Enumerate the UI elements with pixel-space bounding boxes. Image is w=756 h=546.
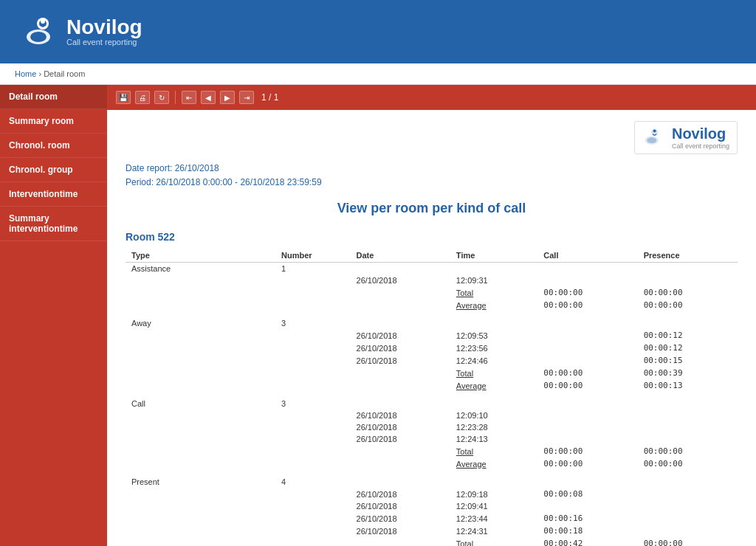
type-cell: Away — [126, 317, 275, 329]
time-cell: 12:24:13 — [450, 433, 537, 445]
time-cell: 12:09:41 — [450, 500, 537, 512]
time-cell: 12:23:44 — [450, 512, 537, 525]
presence-cell — [638, 274, 738, 286]
total-label: Total — [450, 537, 537, 546]
date-cell: 26/10/2018 — [351, 329, 450, 342]
avg-call: 00:00:00 — [537, 299, 637, 311]
type-cell: Assistance — [126, 263, 275, 275]
col-header-time: Time — [450, 249, 537, 263]
sidebar: Detail room Summary room Chronol. room C… — [0, 85, 107, 546]
table-row: 26/10/2018 12:24:13 — [126, 433, 738, 445]
type-cell: Present — [126, 476, 275, 488]
report-logo-inner: Novilog Call event reporting — [634, 121, 738, 154]
export-icon[interactable]: 💾 — [116, 91, 131, 104]
data-table: Type Number Date Time Call Presence Assi… — [126, 249, 738, 546]
presence-cell: 00:00:12 — [638, 329, 738, 342]
toolbar: 💾 🖨 ↻ ⇤ ◀ ▶ ⇥ 1 / 1 — [107, 85, 756, 110]
sidebar-item-summary-room[interactable]: Summary room — [0, 109, 107, 134]
number-cell: 4 — [275, 476, 351, 488]
call-cell: 00:00:18 — [537, 525, 637, 537]
average-row: Average 00:00:00 00:00:00 — [126, 457, 738, 470]
avg-presence: 00:00:13 — [638, 379, 738, 392]
date-report: Date report: 26/10/2018 — [126, 162, 738, 176]
main-container: Home › Detail room Detail room Summary r… — [0, 63, 756, 546]
sidebar-item-detail-room[interactable]: Detail room — [0, 85, 107, 109]
type-row: Away 3 — [126, 317, 738, 329]
call-cell — [537, 500, 637, 512]
call-cell — [537, 274, 637, 286]
first-page-icon[interactable]: ⇤ — [182, 91, 196, 104]
sidebar-item-chronol-room[interactable]: Chronol. room — [0, 134, 107, 158]
presence-cell — [638, 500, 738, 512]
presence-cell: 00:00:15 — [638, 354, 738, 367]
total-call: 00:00:00 — [537, 445, 637, 457]
number-cell: 3 — [275, 317, 351, 329]
type-cell: Call — [126, 398, 275, 410]
table-row: 26/10/2018 12:23:28 — [126, 421, 738, 433]
date-cell: 26/10/2018 — [351, 342, 450, 354]
call-cell — [537, 421, 637, 433]
avg-label: Average — [450, 299, 537, 311]
table-row: 26/10/2018 12:24:46 00:00:15 — [126, 354, 738, 367]
average-row: Average 00:00:00 00:00:13 — [126, 379, 738, 392]
time-cell: 12:09:10 — [450, 410, 537, 421]
report-logo-name: Novilog — [672, 125, 729, 142]
sidebar-item-chronol-group[interactable]: Chronol. group — [0, 158, 107, 182]
sidebar-item-summary-interventiontime[interactable]: Summary interventiontime — [0, 207, 107, 241]
avg-call: 00:00:00 — [537, 457, 637, 470]
col-header-type: Type — [126, 249, 275, 263]
next-page-icon[interactable]: ▶ — [220, 91, 235, 104]
svg-point-8 — [653, 129, 656, 132]
report-logo-tagline: Call event reporting — [672, 142, 729, 150]
refresh-icon[interactable]: ↻ — [154, 91, 169, 104]
number-cell: 1 — [275, 263, 351, 275]
breadcrumb-current: Detail room — [44, 69, 85, 78]
sidebar-item-interventiontime[interactable]: Interventiontime — [0, 182, 107, 207]
breadcrumb: Home › Detail room — [0, 63, 756, 85]
call-cell: 00:00:08 — [537, 488, 637, 500]
right-content: 💾 🖨 ↻ ⇤ ◀ ▶ ⇥ 1 / 1 — [107, 85, 756, 546]
date-cell: 26/10/2018 — [351, 500, 450, 512]
total-row: Total 00:00:42 00:00:00 — [126, 537, 738, 546]
toolbar-separator — [175, 91, 176, 104]
print-icon[interactable]: 🖨 — [135, 91, 150, 104]
total-row: Total 00:00:00 00:00:39 — [126, 367, 738, 379]
spacer-row — [126, 311, 738, 317]
total-label: Total — [450, 445, 537, 457]
table-row: 26/10/2018 12:23:56 00:00:12 — [126, 342, 738, 354]
date-cell: 26/10/2018 — [351, 525, 450, 537]
presence-cell — [638, 512, 738, 525]
prev-page-icon[interactable]: ◀ — [201, 91, 216, 104]
report-title: View per room per kind of call — [126, 201, 738, 216]
report-logo-icon — [642, 126, 666, 150]
presence-cell — [638, 421, 738, 433]
time-cell: 12:09:18 — [450, 488, 537, 500]
total-presence: 00:00:00 — [638, 445, 738, 457]
total-call: 00:00:00 — [537, 367, 637, 379]
spacer-row — [126, 470, 738, 476]
call-cell — [537, 410, 637, 421]
time-cell: 12:23:56 — [450, 342, 537, 354]
breadcrumb-home[interactable]: Home — [15, 69, 36, 78]
col-header-date: Date — [351, 249, 450, 263]
col-header-number: Number — [275, 249, 351, 263]
date-cell: 26/10/2018 — [351, 410, 450, 421]
call-cell — [537, 354, 637, 367]
total-presence: 00:00:39 — [638, 367, 738, 379]
call-cell: 00:00:16 — [537, 512, 637, 525]
table-row: 26/10/2018 12:09:31 — [126, 274, 738, 286]
table-header-row: Type Number Date Time Call Presence — [126, 249, 738, 263]
pagination-info: 1 / 1 — [261, 92, 278, 103]
presence-cell — [638, 410, 738, 421]
last-page-icon[interactable]: ⇥ — [239, 91, 254, 104]
table-row: 26/10/2018 12:09:41 — [126, 500, 738, 512]
presence-cell — [638, 525, 738, 537]
type-row: Assistance 1 — [126, 263, 738, 275]
app-tagline: Call event reporting — [66, 38, 142, 46]
total-row: Total 00:00:00 00:00:00 — [126, 286, 738, 299]
time-cell: 12:24:46 — [450, 354, 537, 367]
spacer-row — [126, 392, 738, 398]
date-cell: 26/10/2018 — [351, 421, 450, 433]
time-cell: 12:09:31 — [450, 274, 537, 286]
date-cell: 26/10/2018 — [351, 433, 450, 445]
